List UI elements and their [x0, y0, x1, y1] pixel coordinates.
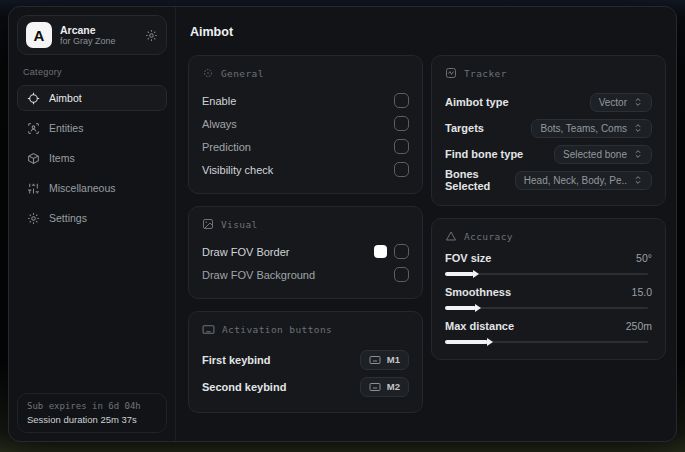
card-title: Tracker [464, 68, 507, 79]
targets-select[interactable]: Bots, Teams, Coms [531, 119, 652, 138]
setting-row: Bones Selected Head, Neck, Body, Pe.. [445, 167, 652, 193]
sidebar-nav: Aimbot Entities Items Miscellaneous [17, 85, 167, 231]
sidebar-item-label: Miscellaneous [49, 182, 116, 194]
prediction-checkbox[interactable] [394, 139, 409, 154]
keyboard-icon [369, 354, 381, 366]
sidebar-item-label: Entities [49, 122, 83, 134]
page-title: Aimbot [190, 25, 666, 39]
sub-expires-text: Sub expires in 6d 04h [27, 401, 157, 411]
draw-fov-background-checkbox[interactable] [394, 267, 409, 282]
aimbot-type-select[interactable]: Vector [590, 93, 652, 112]
card-title: Accuracy [464, 231, 513, 242]
card-title: General [221, 68, 264, 79]
tracker-card: Tracker Aimbot type Vector Targets [431, 55, 666, 206]
accuracy-card: Accuracy FOV size 50° [431, 218, 666, 360]
bones-selected-select[interactable]: Head, Neck, Body, Pe.. [515, 171, 652, 190]
setting-row: Always [202, 112, 409, 135]
app-window: A Arcane for Gray Zone Category Aimbot [8, 6, 677, 442]
setting-row: Second keybind M2 [202, 373, 409, 400]
setting-row: Find bone type Selected bone [445, 141, 652, 167]
slider-fill [445, 272, 474, 276]
app-logo: A [26, 22, 52, 48]
find-bone-type-select[interactable]: Selected bone [554, 145, 652, 164]
crosshair-icon [27, 92, 40, 105]
keyboard-icon [202, 323, 215, 336]
smoothness-slider[interactable] [445, 305, 652, 311]
draw-fov-border-checkbox[interactable] [394, 244, 409, 259]
setting-row: Enable [202, 89, 409, 112]
sidebar-item-label: Items [49, 152, 75, 164]
setting-row: FOV size 50° [445, 252, 652, 277]
image-icon [202, 218, 214, 230]
sidebar-item-entities[interactable]: Entities [17, 115, 167, 141]
keyboard-icon [369, 381, 381, 393]
app-title: Arcane [60, 24, 137, 36]
first-keybind-button[interactable]: M1 [360, 350, 409, 370]
always-checkbox[interactable] [394, 116, 409, 131]
smoothness-value: 15.0 [632, 286, 652, 298]
slider-fill [445, 306, 476, 310]
sidebar-item-aimbot[interactable]: Aimbot [17, 85, 167, 111]
setting-row: Draw FOV Background [202, 263, 409, 286]
visibility-check-checkbox[interactable] [394, 162, 409, 177]
cube-icon [27, 152, 40, 165]
second-keybind-button[interactable]: M2 [360, 377, 409, 397]
setting-row: Max distance 250m [445, 320, 652, 345]
brand-card: A Arcane for Gray Zone [17, 15, 167, 55]
setting-row: Aimbot type Vector [445, 89, 652, 115]
fov-size-value: 50° [636, 252, 652, 264]
sidebar-item-items[interactable]: Items [17, 145, 167, 171]
setting-row: Prediction [202, 135, 409, 158]
max-distance-slider[interactable] [445, 339, 652, 345]
subscription-info-card: Sub expires in 6d 04h Session duration 2… [17, 393, 167, 433]
enable-checkbox[interactable] [394, 93, 409, 108]
crosshair-dashed-icon [202, 67, 214, 79]
gear-icon[interactable] [145, 29, 158, 42]
sidebar-item-miscellaneous[interactable]: Miscellaneous [17, 175, 167, 201]
chevrons-up-down-icon [633, 175, 643, 185]
sidebar-item-label: Aimbot [49, 92, 82, 104]
session-duration-text: Session duration 25m 37s [27, 414, 157, 425]
sidebar-item-settings[interactable]: Settings [17, 205, 167, 231]
gear-icon [27, 212, 40, 225]
visual-card: Visual Draw FOV Border Draw FOV Backgrou… [188, 206, 423, 299]
slider-fill [445, 340, 488, 344]
chevrons-up-down-icon [633, 123, 643, 133]
setting-row: Smoothness 15.0 [445, 286, 652, 311]
sidebar-item-label: Settings [49, 212, 87, 224]
triangle-icon [445, 230, 457, 242]
entities-scan-icon [27, 122, 40, 135]
card-title: Visual [221, 219, 258, 230]
max-distance-value: 250m [626, 320, 652, 332]
chevrons-up-down-icon [633, 97, 643, 107]
setting-row: Targets Bots, Teams, Coms [445, 115, 652, 141]
fov-size-slider[interactable] [445, 271, 652, 277]
category-label: Category [23, 67, 161, 77]
setting-row: First keybind M1 [202, 346, 409, 373]
card-title: Activation buttons [222, 324, 332, 335]
general-card: General Enable Always Prediction [188, 55, 423, 194]
fov-border-color-swatch[interactable] [374, 245, 387, 258]
activity-icon [445, 67, 457, 79]
setting-row: Visibility check [202, 158, 409, 181]
chevrons-up-down-icon [633, 149, 643, 159]
sidebar: A Arcane for Gray Zone Category Aimbot [9, 7, 176, 441]
activation-buttons-card: Activation buttons First keybind M1 Seco… [188, 311, 423, 413]
main-content: Aimbot General Enable Alw [176, 7, 676, 441]
app-subtitle: for Gray Zone [60, 36, 137, 46]
sliders-icon [27, 182, 40, 195]
setting-row: Draw FOV Border [202, 240, 409, 263]
